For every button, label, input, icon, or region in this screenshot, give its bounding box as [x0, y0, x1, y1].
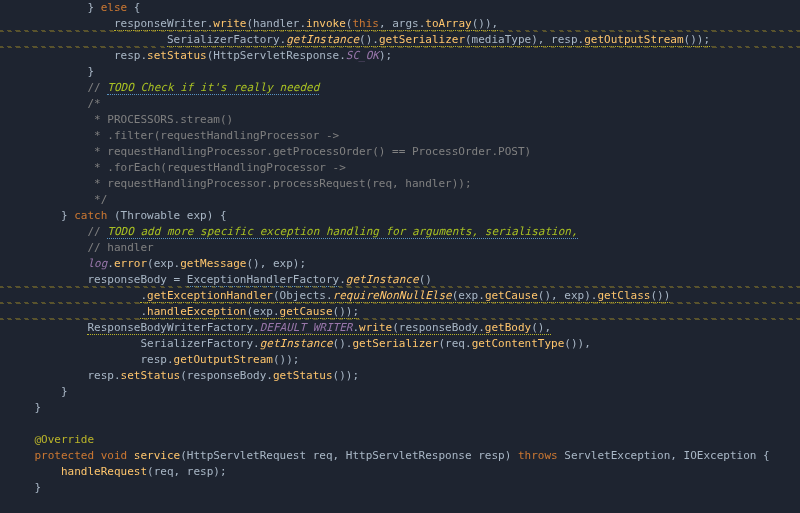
- code-line[interactable]: * .forEach(requestHandlingProcessor ->: [8, 160, 800, 176]
- code-line[interactable]: resp.getOutputStream());: [8, 352, 800, 368]
- code-line[interactable]: // TODO Check if it's really needed: [8, 80, 800, 96]
- code-line[interactable]: /*: [8, 96, 800, 112]
- code-line[interactable]: */: [8, 192, 800, 208]
- code-line[interactable]: * .filter(requestHandlingProcessor ->: [8, 128, 800, 144]
- code-line[interactable]: SerializerFactory.getInstance().getSeria…: [8, 336, 800, 352]
- code-editor[interactable]: } else { responseWriter.write(handler.in…: [0, 0, 800, 496]
- code-line[interactable]: }: [8, 480, 800, 496]
- code-line[interactable]: // handler: [8, 240, 800, 256]
- code-line[interactable]: [8, 416, 800, 432]
- warning-stripe: [0, 302, 800, 304]
- code-line[interactable]: // TODO add more specific exception hand…: [8, 224, 800, 240]
- warning-stripe: [0, 46, 800, 48]
- warning-stripe: [0, 286, 800, 288]
- code-line[interactable]: }: [8, 64, 800, 80]
- code-line[interactable]: * requestHandlingProcessor.getProcessOrd…: [8, 144, 800, 160]
- code-line[interactable]: @Override: [8, 432, 800, 448]
- code-line[interactable]: resp.setStatus(HttpServletResponse.SC_OK…: [8, 48, 800, 64]
- code-line[interactable]: * requestHandlingProcessor.processReques…: [8, 176, 800, 192]
- code-line[interactable]: } catch (Throwable exp) {: [8, 208, 800, 224]
- code-line[interactable]: resp.setStatus(responseBody.getStatus())…: [8, 368, 800, 384]
- code-line[interactable]: handleRequest(req, resp);: [8, 464, 800, 480]
- code-line[interactable]: } else {: [8, 0, 800, 16]
- code-line[interactable]: * PROCESSORS.stream(): [8, 112, 800, 128]
- warning-stripe: [0, 30, 800, 32]
- code-line[interactable]: log.error(exp.getMessage(), exp);: [8, 256, 800, 272]
- code-line[interactable]: protected void service(HttpServletReques…: [8, 448, 800, 464]
- warning-stripe: [0, 318, 800, 320]
- code-line[interactable]: }: [8, 400, 800, 416]
- code-line[interactable]: }: [8, 384, 800, 400]
- code-line[interactable]: ResponseBodyWriterFactory.DEFAULT_WRITER…: [8, 320, 800, 336]
